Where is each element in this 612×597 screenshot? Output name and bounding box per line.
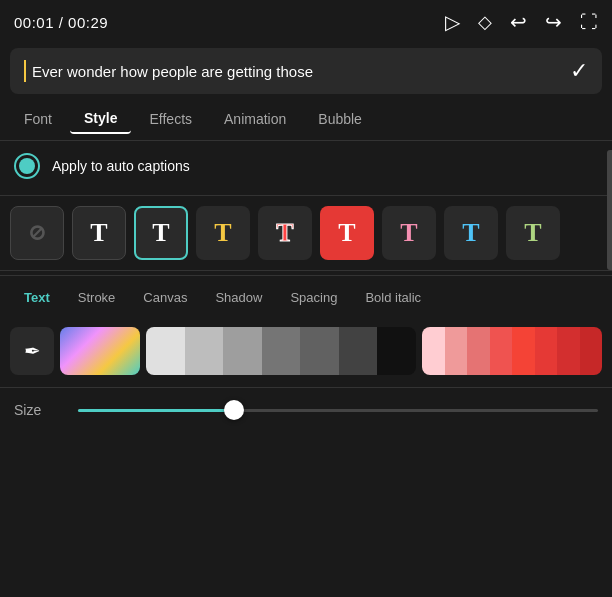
gray-swatch-5[interactable] (300, 327, 339, 375)
gray-swatch-1[interactable] (146, 327, 185, 375)
black-swatch[interactable] (377, 327, 416, 375)
preset-none[interactable]: ⊘ (10, 206, 64, 260)
time-separator: / (59, 14, 68, 31)
divider-1 (0, 195, 612, 196)
sub-tab-spacing[interactable]: Spacing (276, 282, 351, 313)
time-display: 00:01 / 00:29 (14, 14, 108, 31)
tab-bubble[interactable]: Bubble (304, 105, 376, 133)
size-slider[interactable] (78, 409, 598, 412)
play-icon[interactable]: ▷ (445, 10, 460, 34)
divider-3 (0, 387, 612, 388)
red-swatch-6[interactable] (535, 327, 558, 375)
tab-style[interactable]: Style (70, 104, 131, 134)
auto-captions-row: Apply to auto captions (0, 141, 612, 191)
redo-icon[interactable]: ↪ (545, 10, 562, 34)
sub-tabs: Text Stroke Canvas Shadow Spacing Bold i… (0, 275, 612, 319)
diamond-icon[interactable]: ◇ (478, 11, 492, 33)
preset-red-outline[interactable]: T (258, 206, 312, 260)
sub-tab-shadow[interactable]: Shadow (201, 282, 276, 313)
tab-effects[interactable]: Effects (135, 105, 206, 133)
tab-animation[interactable]: Animation (210, 105, 300, 133)
red-swatch-2[interactable] (445, 327, 468, 375)
sub-tab-bold-italic[interactable]: Bold italic (351, 282, 435, 313)
preset-blue[interactable]: T (444, 206, 498, 260)
sub-tab-canvas[interactable]: Canvas (129, 282, 201, 313)
preset-yellow[interactable]: T (196, 206, 250, 260)
gradient-swatch[interactable] (60, 327, 140, 375)
eyedropper-icon: ✒ (24, 339, 41, 363)
current-time: 00:01 (14, 14, 54, 31)
tab-font[interactable]: Font (10, 105, 66, 133)
divider-2 (0, 270, 612, 271)
total-time: 00:29 (68, 14, 108, 31)
preset-pink[interactable]: T (382, 206, 436, 260)
toggle-inner (19, 158, 35, 174)
size-label: Size (14, 402, 64, 418)
header-controls: ▷ ◇ ↩ ↪ ⛶ (445, 10, 598, 34)
text-cursor (24, 60, 26, 82)
preset-plain[interactable]: T (72, 206, 126, 260)
gray-swatch-2[interactable] (185, 327, 224, 375)
red-swatch-3[interactable] (467, 327, 490, 375)
sub-tab-text[interactable]: Text (10, 282, 64, 313)
auto-captions-toggle[interactable] (14, 153, 40, 179)
red-swatch-8[interactable] (580, 327, 603, 375)
undo-icon[interactable]: ↩ (510, 10, 527, 34)
fullscreen-icon[interactable]: ⛶ (580, 12, 598, 33)
sub-tab-stroke[interactable]: Stroke (64, 282, 130, 313)
size-row: Size (0, 392, 612, 428)
confirm-icon[interactable]: ✓ (570, 58, 588, 84)
text-input-bar[interactable]: Ever wonder how people are getting those… (10, 48, 602, 94)
preset-teal-outline[interactable]: T (134, 206, 188, 260)
red-color-strip[interactable] (422, 327, 602, 375)
eyedropper-button[interactable]: ✒ (10, 327, 54, 375)
slider-fill (78, 409, 234, 412)
gray-swatch-3[interactable] (223, 327, 262, 375)
red-swatch-7[interactable] (557, 327, 580, 375)
gray-color-strip[interactable] (146, 327, 416, 375)
scroll-indicator (607, 150, 612, 270)
gray-swatch-4[interactable] (262, 327, 301, 375)
main-tabs: Font Style Effects Animation Bubble (0, 98, 612, 141)
gray-swatch-6[interactable] (339, 327, 378, 375)
preset-white-red[interactable]: T (320, 206, 374, 260)
text-field[interactable]: Ever wonder how people are getting those (32, 63, 560, 80)
slider-thumb[interactable] (224, 400, 244, 420)
red-swatch-5[interactable] (512, 327, 535, 375)
red-swatch-1[interactable] (422, 327, 445, 375)
header: 00:01 / 00:29 ▷ ◇ ↩ ↪ ⛶ (0, 0, 612, 44)
auto-captions-label: Apply to auto captions (52, 158, 190, 174)
style-presets: ⊘ T T T T T T T T (0, 200, 612, 266)
color-palette: ✒ (0, 319, 612, 383)
preset-green[interactable]: T (506, 206, 560, 260)
red-swatch-4[interactable] (490, 327, 513, 375)
